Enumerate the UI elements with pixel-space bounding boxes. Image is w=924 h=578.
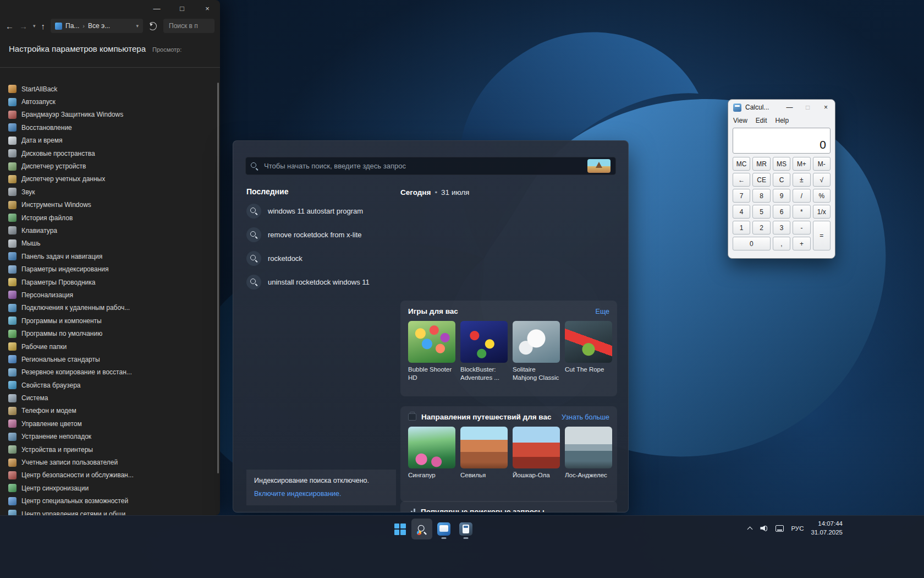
back-icon[interactable]: ← [6,22,14,30]
calc-button[interactable]: MS [773,157,790,171]
calc-button[interactable]: % [813,189,831,203]
breadcrumb-leaf[interactable]: Все э... [88,22,110,30]
control-panel-item[interactable]: Дисковые пространства [0,147,217,160]
calc-button[interactable]: 7 [733,189,750,203]
calc-button[interactable]: 3 [773,221,790,235]
calc-button[interactable]: 9 [773,189,790,203]
calc-button[interactable]: 8 [752,189,770,203]
control-panel-item[interactable]: Брандмауэр Защитника Windows [0,108,217,121]
control-panel-titlebar[interactable]: — □ × [0,0,220,17]
recent-search-item[interactable]: windows 11 autostart program [246,201,396,220]
breadcrumb-root[interactable]: Па... [65,22,79,30]
address-dropdown-icon[interactable]: ▾ [136,23,139,29]
control-panel-item[interactable]: Телефон и модем [0,405,217,417]
volume-icon[interactable] [760,525,768,532]
maximize-button[interactable]: □ [799,100,817,115]
calc-button[interactable]: 6 [773,205,790,219]
control-panel-item[interactable]: Центр безопасности и обслуживан... [0,469,217,482]
control-panel-item[interactable]: Восстановление [0,121,217,134]
calc-button[interactable]: 0 [733,237,771,250]
control-panel-item[interactable]: Учетные записи пользователей [0,456,217,468]
control-panel-item[interactable]: Дата и время [0,134,217,147]
network-icon[interactable] [776,525,784,532]
control-panel-item[interactable]: Параметры Проводника [0,276,217,288]
view-by-dropdown[interactable]: Просмотр: [152,46,182,53]
calculator-taskbar-button[interactable] [455,519,476,539]
calc-button[interactable]: M- [813,157,831,171]
control-panel-item[interactable]: Мышь [0,237,217,250]
travel-tile[interactable]: Сингапур [408,427,455,479]
minimize-button[interactable]: — [144,0,169,17]
calc-button[interactable]: / [793,189,810,203]
calc-button[interactable]: = [813,221,831,250]
calc-button[interactable]: M+ [793,157,810,171]
control-panel-item[interactable]: Подключения к удаленным рабоч... [0,302,217,314]
recent-search-item[interactable]: uninstall rocketdock windows 11 [246,272,396,291]
search-taskbar-button[interactable] [411,519,432,539]
calc-button[interactable]: ← [733,173,750,187]
clock[interactable]: 14:07:44 31.07.2025 [811,520,843,537]
enable-indexing-link[interactable]: Включите индексирование. [254,489,341,499]
search-input[interactable] [263,161,582,171]
explorer-search-box[interactable] [163,19,215,33]
calculator-titlebar[interactable]: Calcul... — □ × [728,100,835,115]
control-panel-item[interactable]: Диспетчер учетных данных [0,173,217,186]
calc-button[interactable]: * [793,205,810,219]
search-box[interactable] [245,157,616,175]
recent-search-item[interactable]: remove rocketdock from x-lite [246,225,396,244]
control-panel-item[interactable]: Центр управления сетями и общи... [0,508,217,515]
control-panel-item[interactable]: Региональные стандарты [0,353,217,366]
control-panel-item[interactable]: StartAllBack [0,83,217,95]
calc-button[interactable]: 4 [733,205,750,219]
start-button[interactable] [389,519,410,539]
language-indicator[interactable]: РУС [791,525,804,532]
control-panel-item[interactable]: Центр синхронизации [0,482,217,494]
control-panel-item[interactable]: Рабочие папки [0,340,217,353]
control-panel-item[interactable]: Резервное копирование и восстан... [0,366,217,379]
minimize-button[interactable]: — [780,100,799,115]
games-more-link[interactable]: Еще [596,308,609,315]
game-tile[interactable]: Solitaire Mahjong Classic [513,321,560,382]
control-panel-item[interactable]: Инструменты Windows [0,199,217,211]
search-highlights-icon[interactable] [587,159,610,173]
refresh-icon[interactable] [148,22,157,30]
calc-button[interactable]: - [793,221,810,235]
calc-button[interactable]: MR [752,157,770,171]
control-panel-item[interactable]: Панель задач и навигация [0,250,217,263]
control-panel-item[interactable]: Устранение неполадок [0,430,217,443]
control-panel-item[interactable]: Устройства и принтеры [0,443,217,456]
maximize-button[interactable]: □ [169,0,195,17]
menu-item[interactable]: Edit [756,117,767,124]
calc-button[interactable]: 2 [752,221,770,235]
control-panel-item[interactable]: Клавиатура [0,224,217,237]
travel-more-link[interactable]: Узнать больше [562,413,609,421]
forward-icon[interactable]: → [19,22,28,30]
control-panel-taskbar-button[interactable] [433,519,454,539]
control-panel-item[interactable]: Центр специальных возможностей [0,495,217,508]
calc-button[interactable]: √ [813,173,831,187]
control-panel-item[interactable]: Диспетчер устройств [0,160,217,172]
control-panel-item[interactable]: Параметры индексирования [0,263,217,275]
control-panel-item[interactable]: Программы по умолчанию [0,327,217,340]
history-dropdown-icon[interactable]: ▾ [33,23,36,29]
control-panel-item[interactable]: Автозапуск [0,95,217,108]
control-panel-item[interactable]: Управление цветом [0,417,217,430]
control-panel-item[interactable]: Программы и компоненты [0,314,217,327]
calc-button[interactable]: + [793,237,810,250]
up-icon[interactable]: ↑ [41,22,46,30]
explorer-search-input[interactable] [168,21,210,30]
recent-search-item[interactable]: rocketdock [246,249,396,268]
control-panel-item[interactable]: Персонализация [0,288,217,301]
game-tile[interactable]: BlockBuster: Adventures ... [460,321,508,382]
calc-button[interactable]: ± [793,173,810,187]
scrollbar-thumb[interactable] [217,83,219,473]
game-tile[interactable]: Bubble Shooter HD [408,321,455,382]
calc-button[interactable]: 1 [733,221,750,235]
calc-button[interactable]: MC [733,157,750,171]
close-button[interactable]: × [817,100,835,115]
calc-button[interactable]: , [773,237,790,250]
calc-button[interactable]: C [773,173,790,187]
calc-button[interactable]: 5 [752,205,770,219]
control-panel-item[interactable]: Система [0,391,217,404]
menu-item[interactable]: View [733,117,747,124]
